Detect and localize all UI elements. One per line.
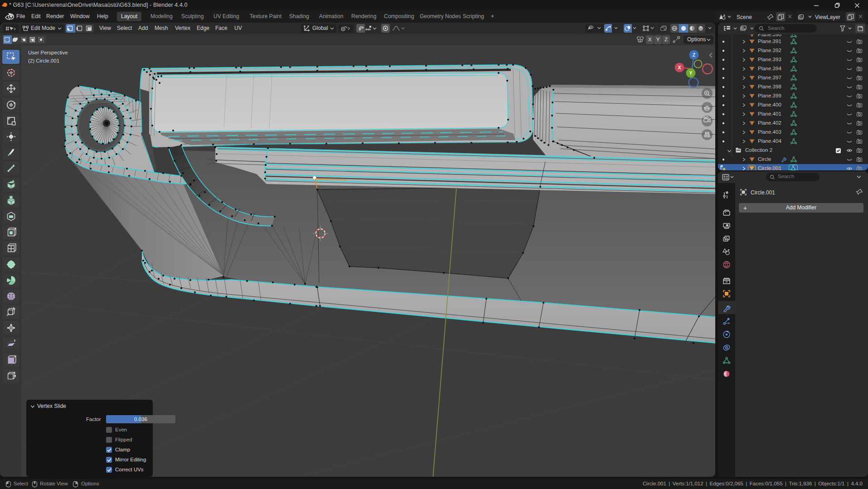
- svg-text:Z: Z: [693, 52, 696, 58]
- svg-text:Y: Y: [689, 70, 692, 76]
- svg-text:X: X: [678, 65, 681, 70]
